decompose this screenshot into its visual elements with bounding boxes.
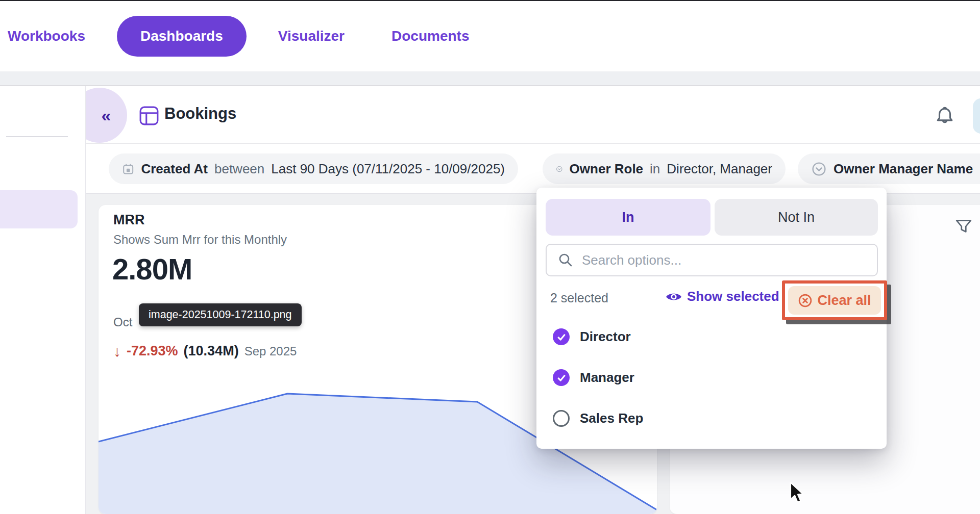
nav-documents[interactable]: Documents	[391, 28, 469, 44]
main-content: « Bookings	[86, 86, 980, 514]
tab-in[interactable]: In	[546, 199, 710, 236]
kpi-delta-row: ↓ -72.93% (10.34M) Sep 2025	[113, 342, 297, 359]
delta-absolute: (10.34M)	[184, 343, 239, 359]
kpi-value: 2.80M	[112, 252, 192, 286]
filter-field-label: Owner Role	[570, 161, 643, 177]
owner-role-dropdown-panel: In Not In 2 selected Sho	[536, 188, 887, 449]
checkbox-unchecked-icon[interactable]	[553, 410, 570, 427]
top-nav: Workbooks Dashboards Visualizer Document…	[0, 1, 980, 71]
delta-percent: -72.93%	[127, 343, 178, 359]
cursor-pointer	[789, 481, 805, 505]
selected-count: 2 selected	[550, 291, 608, 305]
sidebar-divider	[6, 136, 68, 137]
option-label: Manager	[580, 370, 634, 386]
option-manager[interactable]: Manager	[553, 369, 634, 386]
nav-visualizer[interactable]: Visualizer	[278, 28, 345, 44]
clear-all-annotation-box: Clear all	[782, 280, 887, 320]
option-director[interactable]: Director	[553, 328, 631, 345]
filter-bar: Created At between Last 90 Days (07/11/2…	[86, 144, 980, 194]
page-header: « Bookings	[86, 86, 980, 144]
header-corner-chip[interactable]	[973, 98, 980, 134]
kpi-title: MRR	[113, 212, 145, 228]
option-label: Director	[580, 329, 631, 345]
options-search	[546, 244, 878, 276]
nav-dashboards-active[interactable]: Dashboards	[117, 16, 247, 57]
nav-workbooks[interactable]: Workbooks	[8, 28, 85, 44]
filter-field-label: Created At	[141, 161, 208, 177]
checkbox-checked-icon[interactable]	[553, 369, 570, 386]
filter-owner-role[interactable]: Owner Role in Director, Manager	[543, 153, 786, 184]
clear-all-button[interactable]: Clear all	[788, 286, 881, 315]
option-label: Sales Rep	[580, 410, 643, 426]
search-input[interactable]	[581, 252, 797, 269]
tab-not-in[interactable]: Not In	[715, 199, 878, 236]
chevron-double-left-icon: «	[102, 107, 111, 124]
dashboard-icon	[139, 106, 159, 126]
page-title: Bookings	[164, 103, 236, 124]
filter-created-at[interactable]: Created At between Last 90 Days (07/11/2…	[109, 153, 518, 184]
filter-operator: in	[650, 161, 660, 177]
filter-value: Last 90 Days (07/11/2025 - 10/09/2025)	[271, 161, 505, 177]
circle-x-icon	[798, 293, 813, 308]
delta-compare-period: Sep 2025	[244, 344, 297, 358]
dashboard-canvas: MRR Shows Sum Mrr for this Monthly 2.80M…	[86, 194, 980, 514]
checkbox-checked-icon[interactable]	[553, 328, 570, 345]
circle-chevron-icon	[811, 161, 827, 177]
filter-funnel-icon[interactable]	[954, 217, 973, 236]
kpi-period-label: Oct	[113, 315, 132, 329]
calendar-icon	[122, 161, 134, 177]
clear-all-label: Clear all	[817, 293, 871, 309]
nav-bottom-band	[0, 71, 980, 86]
search-icon	[558, 252, 573, 268]
image-tooltip: image-20251009-172110.png	[139, 303, 302, 326]
option-sales-rep[interactable]: Sales Rep	[553, 410, 643, 427]
left-sidebar	[0, 86, 86, 514]
filter-value: Director, Manager	[667, 161, 772, 177]
filter-owner-manager-name[interactable]: Owner Manager Name	[798, 153, 980, 184]
show-selected-label: Show selected	[687, 289, 779, 304]
show-selected-button[interactable]: Show selected	[665, 289, 779, 304]
app-screen: Workbooks Dashboards Visualizer Document…	[0, 0, 980, 514]
sidebar-selected-item[interactable]	[0, 190, 78, 228]
kpi-subtitle: Shows Sum Mrr for this Monthly	[113, 233, 287, 247]
filter-operator: between	[214, 161, 264, 177]
eye-icon	[665, 290, 682, 303]
bell-icon[interactable]	[934, 105, 955, 126]
down-arrow-icon: ↓	[113, 343, 121, 360]
circle-chevron-icon	[556, 161, 563, 177]
filter-field-label: Owner Manager Name	[834, 161, 973, 177]
